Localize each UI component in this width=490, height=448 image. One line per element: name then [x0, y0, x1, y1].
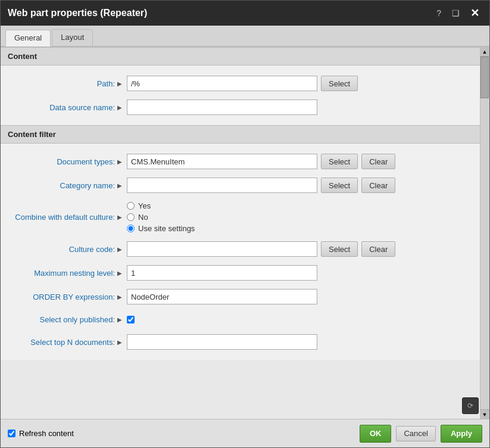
radio-yes-row: Yes: [127, 201, 195, 210]
section-filter-body: Document types: ▶ Select Clear Category …: [1, 144, 489, 360]
ok-button[interactable]: OK: [360, 425, 392, 443]
max-nesting-label: Maximum nesting level: ▶: [8, 269, 127, 278]
radio-yes-label: Yes: [138, 201, 151, 210]
select-top-n-label: Select top N documents: ▶: [8, 338, 127, 347]
path-arrow-icon: ▶: [117, 80, 122, 87]
select-published-label: Select only published: ▶: [8, 315, 127, 324]
footer-right: OK Cancel Apply: [360, 425, 482, 443]
document-types-arrow-icon: ▶: [117, 158, 122, 165]
select-top-n-arrow-icon: ▶: [117, 339, 122, 346]
data-source-input[interactable]: [127, 99, 317, 115]
title-bar-controls: ? ❑ ✕: [433, 7, 482, 20]
section-filter-header: Content filter: [1, 125, 489, 144]
order-by-label: ORDER BY expression: ▶: [8, 293, 127, 301]
dialog-title: Web part properties (Repeater): [8, 8, 147, 18]
refresh-content-checkbox[interactable]: [8, 430, 15, 437]
category-name-control: Select Clear: [127, 178, 482, 193]
cancel-button[interactable]: Cancel: [396, 426, 435, 441]
document-types-label: Document types: ▶: [8, 157, 127, 166]
close-button[interactable]: ✕: [467, 7, 482, 20]
culture-code-arrow-icon: ▶: [117, 246, 122, 253]
combine-culture-arrow-icon: ▶: [117, 214, 122, 220]
data-source-control: [127, 99, 482, 115]
apply-button[interactable]: Apply: [441, 425, 482, 443]
radio-yes[interactable]: [127, 202, 135, 210]
radio-no-label: No: [138, 213, 148, 222]
path-row: Path: ▶ Select: [1, 71, 489, 95]
tabs-bar: General Layout: [1, 26, 489, 47]
category-name-clear-button[interactable]: Clear: [361, 178, 395, 193]
combine-culture-label: Combine with default culture: ▶: [8, 213, 127, 222]
title-bar: Web part properties (Repeater) ? ❑ ✕: [1, 1, 489, 26]
order-by-input[interactable]: [127, 289, 317, 304]
radio-no-row: No: [127, 213, 195, 222]
culture-code-input[interactable]: [127, 241, 317, 257]
combine-culture-control: Yes No Use site settings: [127, 201, 482, 233]
select-published-row: Select only published: ▶: [1, 309, 489, 330]
data-source-name-row: Data source name: ▶: [1, 95, 489, 119]
culture-code-clear-button[interactable]: Clear: [361, 241, 395, 257]
order-by-row: ORDER BY expression: ▶: [1, 285, 489, 309]
category-name-arrow-icon: ▶: [117, 182, 122, 189]
select-top-n-row: Select top N documents: ▶: [1, 330, 489, 354]
max-nesting-arrow-icon: ▶: [117, 270, 122, 276]
order-by-arrow-icon: ▶: [117, 294, 122, 300]
scroll-down-button[interactable]: ▼: [480, 409, 489, 419]
select-published-arrow-icon: ▶: [117, 316, 122, 323]
section-content-header: Content: [1, 47, 489, 66]
select-published-control: [127, 316, 482, 323]
expand-button[interactable]: ⟳: [462, 397, 479, 414]
tab-layout[interactable]: Layout: [52, 29, 93, 46]
refresh-content-label: Refresh content: [19, 429, 74, 438]
culture-code-select-button[interactable]: Select: [321, 241, 358, 257]
document-types-clear-button[interactable]: Clear: [361, 154, 395, 169]
culture-code-row: Culture code: ▶ Select Clear: [1, 237, 489, 261]
scrollbar-track[interactable]: ▲ ▼: [480, 47, 489, 419]
path-control: Select: [127, 76, 482, 91]
path-label: Path: ▶: [8, 79, 127, 88]
category-name-input[interactable]: [127, 178, 317, 193]
data-source-name-label: Data source name: ▶: [8, 103, 127, 112]
select-top-n-control: [127, 334, 482, 350]
category-name-label: Category name: ▶: [8, 181, 127, 190]
document-types-select-button[interactable]: Select: [321, 154, 358, 169]
section-content-body: Path: ▶ Select Data source name: ▶: [1, 66, 489, 125]
order-by-control: [127, 289, 482, 304]
dialog: Web part properties (Repeater) ? ❑ ✕ Gen…: [0, 0, 490, 448]
scroll-up-button[interactable]: ▲: [480, 47, 489, 57]
max-nesting-row: Maximum nesting level: ▶: [1, 261, 489, 285]
restore-button[interactable]: ❑: [449, 8, 463, 18]
document-types-control: Select Clear: [127, 154, 482, 169]
culture-code-label: Culture code: ▶: [8, 245, 127, 254]
radio-site-settings-label: Use site settings: [138, 224, 195, 233]
category-name-row: Category name: ▶ Select Clear: [1, 173, 489, 197]
content-scroll-wrapper: Content Path: ▶ Select Data sour: [1, 47, 489, 419]
footer-left: Refresh content: [8, 429, 74, 438]
path-select-button[interactable]: Select: [321, 76, 358, 91]
combine-culture-row: Combine with default culture: ▶ Yes No: [1, 197, 489, 237]
radio-site-settings-row: Use site settings: [127, 224, 195, 233]
max-nesting-input[interactable]: [127, 265, 317, 281]
content-area: Content Path: ▶ Select Data sour: [1, 47, 489, 419]
document-types-input[interactable]: [127, 154, 317, 169]
scrollbar-thumb[interactable]: [480, 57, 489, 98]
culture-code-control: Select Clear: [127, 241, 482, 257]
radio-no[interactable]: [127, 213, 135, 221]
document-types-row: Document types: ▶ Select Clear: [1, 150, 489, 173]
combine-culture-radio-group: Yes No Use site settings: [127, 201, 195, 233]
category-name-select-button[interactable]: Select: [321, 178, 358, 193]
select-top-n-input[interactable]: [127, 334, 317, 350]
path-input[interactable]: [127, 76, 317, 91]
max-nesting-control: [127, 265, 482, 281]
footer: Refresh content OK Cancel Apply: [1, 419, 489, 447]
radio-use-site-settings[interactable]: [127, 225, 135, 232]
data-source-arrow-icon: ▶: [117, 104, 122, 111]
select-published-checkbox[interactable]: [127, 316, 135, 323]
tab-general[interactable]: General: [5, 30, 51, 46]
help-button[interactable]: ?: [433, 8, 444, 18]
